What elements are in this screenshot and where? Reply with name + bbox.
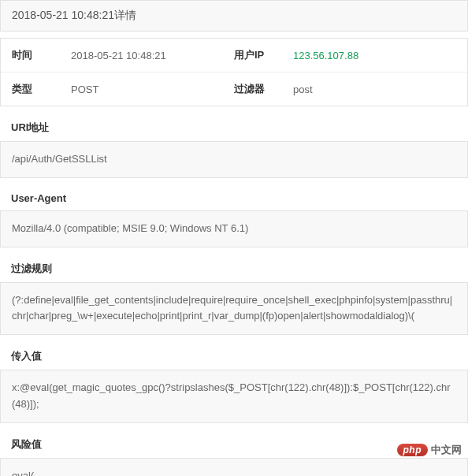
info-panel: 时间 2018-05-21 10:48:21 用户IP 123.56.107.8… [0,38,468,106]
ip-value[interactable]: 123.56.107.88 [293,50,456,61]
ua-value: Mozilla/4.0 (compatible; MSIE 9.0; Windo… [0,210,468,247]
filter-label: 过滤器 [234,82,293,96]
risk-section: 风险值 eval( [0,430,468,476]
uri-section: URI地址 /api/Auth/GetSSLList [0,113,468,178]
input-value: x:@eval(get_magic_quotes_gpc()?stripslas… [0,370,468,423]
risk-label: 风险值 [0,430,468,458]
info-row-1: 时间 2018-05-21 10:48:21 用户IP 123.56.107.8… [1,39,467,73]
ua-label: User-Agent [0,184,468,210]
uri-label: URI地址 [0,113,468,141]
page-title: 2018-05-21 10:48:21详情 [0,0,468,32]
type-value: POST [71,84,234,95]
uri-value: /api/Auth/GetSSLList [0,141,468,178]
ip-label: 用户IP [234,48,293,62]
info-row-2: 类型 POST 过滤器 post [1,73,467,106]
rule-value: (?:define|eval|file_get_contents|include… [0,282,468,336]
type-label: 类型 [12,82,71,96]
rule-section: 过滤规则 (?:define|eval|file_get_contents|in… [0,254,468,336]
time-value: 2018-05-21 10:48:21 [71,50,234,61]
input-label: 传入值 [0,341,468,370]
rule-label: 过滤规则 [0,254,468,282]
risk-value: eval( [0,458,468,476]
ua-section: User-Agent Mozilla/4.0 (compatible; MSIE… [0,184,468,247]
time-label: 时间 [12,48,71,62]
filter-value: post [293,84,456,95]
input-section: 传入值 x:@eval(get_magic_quotes_gpc()?strip… [0,341,468,423]
